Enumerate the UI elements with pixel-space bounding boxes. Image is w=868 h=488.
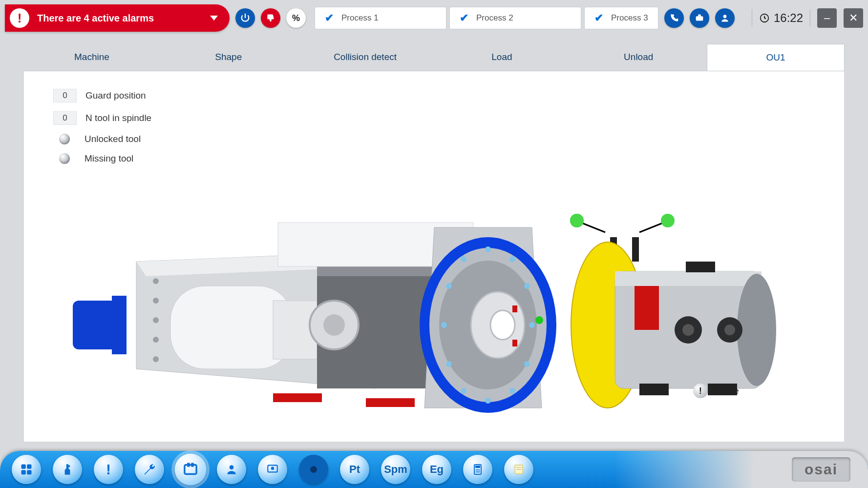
wrench-icon [143,463,156,476]
notes-button[interactable] [504,455,533,484]
svg-rect-63 [27,465,31,469]
svg-point-36 [524,283,530,289]
process-tab-2[interactable]: ✔ Process 2 [449,7,581,29]
clock: 16:22 [759,11,803,25]
svg-rect-1 [698,15,701,17]
svg-rect-69 [191,463,193,467]
svg-point-75 [476,469,477,471]
process-label: Process 1 [341,13,379,23]
status-guard-position: 0 Guard position [53,89,151,102]
process-tab-3[interactable]: ✔ Process 3 [584,7,658,29]
power-icon [240,13,251,23]
svg-point-18 [323,314,345,336]
record-button[interactable] [299,455,328,484]
svg-point-25 [490,310,515,340]
led-indicator-icon [59,134,70,144]
check-icon: ✔ [594,12,603,24]
svg-point-10 [153,317,159,323]
status-unlocked-tool: Unlocked tool [53,134,151,144]
svg-rect-62 [21,465,26,469]
svg-point-28 [446,283,452,289]
svg-rect-68 [187,463,190,467]
svg-point-11 [153,337,159,343]
spm-button[interactable]: Spm [381,455,410,484]
minimize-button[interactable]: – [817,8,837,28]
svg-rect-4 [73,301,117,349]
subtab-ou1[interactable]: OU1 [707,44,845,71]
svg-point-29 [441,322,447,328]
pt-label: Pt [349,463,360,476]
svg-rect-58 [635,286,659,330]
monitor-gear-icon [266,463,279,476]
alarm-text: There are 4 active alarms [37,13,154,24]
tool-button[interactable] [53,455,82,484]
calculator-icon [472,464,484,475]
svg-rect-74 [475,466,480,468]
main-panel: 0 Guard position 0 N tool in spindle Unl… [23,71,845,442]
value-box: 0 [53,89,77,102]
phone-button[interactable] [664,8,684,28]
svg-rect-0 [696,16,703,20]
svg-point-30 [446,361,452,367]
phone-icon [669,13,679,23]
svg-point-12 [153,356,159,362]
brake-icon: ! [693,384,708,398]
svg-rect-64 [21,470,26,474]
svg-rect-52 [615,271,762,286]
subtab-collision[interactable]: Collision detect [297,44,434,71]
grid-icon [20,463,33,476]
calculator-button[interactable] [463,455,492,484]
alert-button[interactable]: ! [94,455,123,484]
thumbs-down-button[interactable] [261,8,280,28]
svg-point-33 [509,388,515,394]
machine-icon [694,13,705,23]
bottom-bar-fade: osai [614,451,868,488]
thumbs-down-icon [266,13,275,23]
close-button[interactable]: ✕ [844,8,863,28]
svg-rect-40 [512,305,517,312]
svg-line-44 [639,223,664,232]
divider [810,9,810,27]
svg-rect-65 [27,470,31,474]
percent-button[interactable]: % [286,8,306,28]
clock-area: 16:22 – ✕ [752,8,863,28]
pt-button[interactable]: Pt [340,455,369,484]
bottom-bar: ! Pt Spm Eg osai [0,451,868,488]
subtab-load[interactable]: Load [433,44,570,71]
machine-button[interactable] [690,8,709,28]
operator-button[interactable] [217,455,246,484]
status-list: 0 Guard position 0 N tool in spindle Unl… [53,89,151,164]
subtab-unload[interactable]: Unload [570,44,707,71]
spm-label: Spm [384,463,407,476]
svg-point-55 [682,324,694,336]
svg-rect-39 [366,398,415,407]
clock-text: 16:22 [774,11,803,25]
svg-point-57 [724,325,735,335]
brand-logo: osai [792,457,850,482]
svg-point-78 [476,471,477,473]
subtab-shape[interactable]: Shape [160,44,297,71]
dashboard-button[interactable] [12,455,41,484]
svg-rect-59 [639,384,669,395]
subtab-machine[interactable]: Machine [23,44,160,71]
settings-button[interactable] [135,455,164,484]
status-label: Guard position [85,90,146,101]
alarm-banner[interactable]: ! There are 4 active alarms [5,4,230,32]
user-button[interactable] [715,8,735,28]
layout-icon [183,462,198,477]
svg-point-79 [477,471,479,473]
brake-label: Brake [715,386,739,396]
top-bar: ! There are 4 active alarms % ✔ Process … [0,0,868,36]
user-icon [720,13,730,23]
svg-point-72 [271,467,275,470]
check-icon: ✔ [460,12,468,24]
eg-button[interactable]: Eg [422,455,451,484]
program-button[interactable] [258,455,287,484]
svg-point-66 [68,465,70,467]
power-button[interactable] [235,8,255,28]
process-tab-1[interactable]: ✔ Process 1 [315,7,446,29]
svg-rect-61 [686,262,715,272]
layout-button[interactable] [175,454,207,486]
svg-point-80 [479,471,480,473]
svg-point-8 [153,278,159,284]
